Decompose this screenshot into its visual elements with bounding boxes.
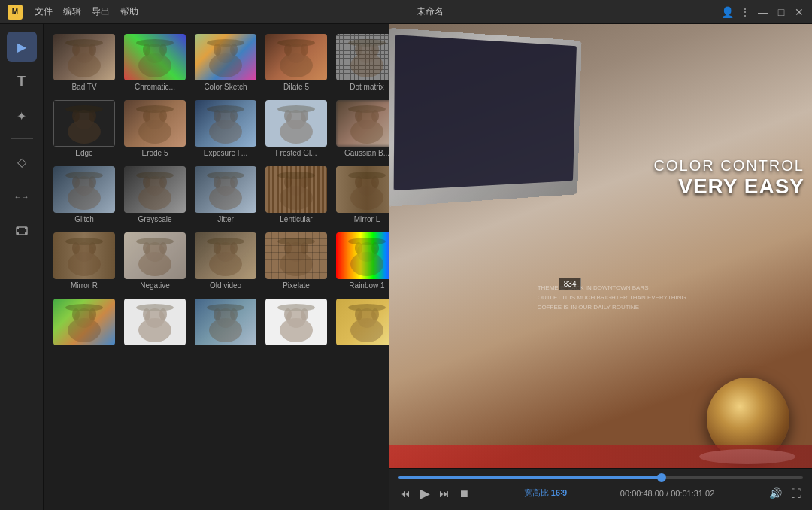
time-display: 00:00:48.00 / 00:01:31.02: [620, 489, 714, 498]
effect-item-rainbow[interactable]: Rainbow 1: [334, 230, 389, 292]
effect-item-chromatic[interactable]: Chromatic...: [122, 32, 188, 93]
effect-thumb-row4-3: [195, 299, 256, 345]
effect-item-row4-3[interactable]: [192, 296, 259, 350]
step-back-btn[interactable]: ⏮: [398, 486, 412, 501]
effects-grid: Bad TV Chromatic... Color Sketch Dilate …: [51, 32, 381, 350]
effect-label-old-video: Old video: [210, 281, 241, 290]
preview-overlay: COLOR CONTROL VERY EASY: [654, 157, 804, 199]
effect-label-jitter: Jitter: [217, 215, 234, 223]
effect-item-jitter[interactable]: Jitter: [192, 164, 259, 226]
effect-thumb-exposure: [195, 100, 256, 147]
effect-item-negative[interactable]: Negative: [122, 230, 188, 292]
effect-thumb-bad-tv: [53, 34, 115, 80]
sidebar-paint-icon[interactable]: ✦: [7, 101, 37, 131]
svg-point-39: [136, 105, 174, 113]
effect-label-edge: Edge: [75, 149, 92, 157]
effect-thumb-negative: [124, 232, 186, 279]
effect-item-edge[interactable]: Edge: [51, 98, 117, 159]
svg-point-74: [277, 172, 315, 179]
effect-item-mirror-r[interactable]: Mirror R: [51, 230, 117, 292]
effect-item-erode[interactable]: Erode 5: [122, 98, 188, 159]
effect-thumb-glitch: [53, 166, 115, 213]
svg-rect-2: [17, 232, 19, 235]
menu-edit[interactable]: 编辑: [63, 5, 81, 18]
effect-item-greyscale[interactable]: Greyscale: [122, 164, 188, 226]
preview-title: COLOR CONTROL: [654, 157, 804, 175]
svg-point-59: [65, 172, 103, 179]
window-controls: 👤 ⋮ — □ ✕: [722, 7, 804, 17]
step-forward-btn[interactable]: ⏭: [438, 486, 451, 501]
effect-thumb-row4-2: [124, 299, 186, 345]
menu-help[interactable]: 帮助: [120, 5, 138, 18]
effect-item-row4-4[interactable]: [263, 296, 329, 350]
video-preview: COLOR CONTROL VERY EASY THEME IS BACK IN…: [389, 24, 812, 468]
fullscreen-btn[interactable]: ⛶: [789, 486, 803, 501]
effect-label-exposure: Exposure F...: [204, 149, 247, 157]
minimize-btn[interactable]: —: [758, 7, 768, 17]
effect-item-row4-2[interactable]: [122, 296, 188, 350]
effect-item-exposure[interactable]: Exposure F...: [192, 98, 259, 159]
effect-label-dot-matrix: Dot matrix: [350, 83, 384, 91]
effect-label-bad-tv: Bad TV: [71, 83, 96, 91]
more-icon[interactable]: ⋮: [740, 7, 750, 17]
sidebar-film-icon[interactable]: [7, 216, 37, 246]
effect-label-glitch: Glitch: [74, 215, 94, 223]
menu-export[interactable]: 导出: [92, 5, 110, 18]
progress-bar[interactable]: [398, 476, 803, 479]
effect-thumb-rainbow: [336, 232, 389, 279]
volume-icon[interactable]: 🔊: [768, 486, 783, 501]
svg-point-14: [136, 39, 174, 47]
effect-item-mirror-l[interactable]: Mirror L: [334, 164, 389, 226]
effect-item-row4-5[interactable]: [334, 296, 389, 350]
svg-point-9: [65, 39, 103, 47]
playback-controls: ⏮ ▶ ⏭ ⏹: [398, 484, 471, 503]
effect-thumb-dilate: [265, 34, 327, 80]
effect-label-frosted: Frosted Gl...: [275, 149, 317, 157]
effect-label-mirror-r: Mirror R: [71, 281, 98, 290]
sidebar-media-icon[interactable]: ▶: [7, 32, 37, 62]
svg-rect-4: [25, 232, 27, 235]
progress-thumb[interactable]: [657, 473, 666, 482]
effect-item-lenticular[interactable]: Lenticular: [263, 164, 329, 226]
preview-badge: 834: [559, 278, 582, 290]
titlebar: M 文件 编辑 导出 帮助 未命名 👤 ⋮ — □ ✕: [0, 0, 812, 24]
svg-point-34: [65, 105, 103, 113]
video-controls: ⏮ ▶ ⏭ ⏹ 宽高比 16∶9 00:00:48.00 / 00:01:31.…: [389, 468, 812, 510]
effect-label-greyscale: Greyscale: [138, 215, 171, 223]
effect-item-frosted[interactable]: Frosted Gl...: [263, 98, 329, 159]
effect-label-rainbow: Rainbow 1: [349, 281, 384, 290]
svg-point-19: [207, 39, 244, 47]
sidebar-shape-icon[interactable]: ◇: [7, 147, 37, 177]
controls-row: ⏮ ▶ ⏭ ⏹ 宽高比 16∶9 00:00:48.00 / 00:01:31.…: [398, 484, 803, 503]
effect-label-chromatic: Chromatic...: [135, 83, 175, 91]
titlebar-left: M 文件 编辑 导出 帮助: [8, 5, 138, 20]
maximize-btn[interactable]: □: [776, 7, 786, 17]
effect-item-dilate[interactable]: Dilate 5: [263, 32, 329, 93]
sidebar-text-icon[interactable]: T: [7, 66, 37, 96]
sidebar-transition-icon[interactable]: ←→: [7, 181, 37, 211]
svg-rect-1: [17, 227, 19, 229]
effect-thumb-color-sketch: [195, 34, 256, 80]
svg-point-79: [348, 172, 386, 179]
effect-item-row4-1[interactable]: [51, 296, 117, 350]
effect-item-bad-tv[interactable]: Bad TV: [51, 32, 117, 93]
user-icon[interactable]: 👤: [722, 7, 732, 17]
stop-btn[interactable]: ⏹: [457, 486, 471, 501]
effect-item-dot-matrix[interactable]: Dot matrix: [334, 32, 389, 93]
effect-label-color-sketch: Color Sketch: [204, 83, 247, 91]
effect-label-lenticular: Lenticular: [280, 215, 312, 223]
effect-item-glitch[interactable]: Glitch: [51, 164, 117, 226]
svg-rect-3: [25, 227, 27, 229]
svg-point-109: [65, 304, 103, 311]
menu-file[interactable]: 文件: [35, 5, 53, 18]
effects-panel: Bad TV Chromatic... Color Sketch Dilate …: [44, 24, 389, 510]
effect-thumb-lenticular: [265, 166, 327, 213]
play-btn[interactable]: ▶: [418, 484, 432, 503]
effect-item-old-video[interactable]: Old video: [192, 230, 259, 292]
effect-item-pixelate[interactable]: Pixelate: [263, 230, 329, 292]
effect-item-color-sketch[interactable]: Color Sketch: [192, 32, 259, 93]
preview-subtitle: VERY EASY: [654, 175, 804, 199]
effect-item-gaussian[interactable]: Gaussian B...: [334, 98, 389, 159]
effect-thumb-edge: [53, 100, 115, 147]
close-btn[interactable]: ✕: [794, 7, 804, 17]
